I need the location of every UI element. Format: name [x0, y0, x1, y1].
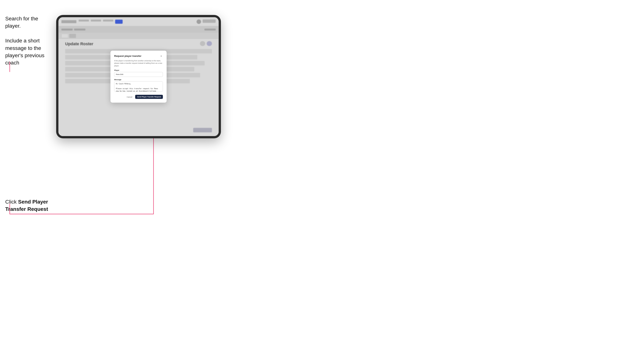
tablet-device: Update Roster Request player transfer: [56, 15, 221, 138]
annotation-click-text: Click Send Player Transfer Request: [5, 198, 54, 213]
annotation-search-text: Search for the player.: [5, 15, 54, 29]
annotation-click-prefix: Click: [5, 199, 18, 205]
modal-header: Request player transfer ×: [114, 54, 163, 58]
message-label: Message: [114, 79, 163, 81]
modal-description: If the player is transferring from anoth…: [114, 60, 163, 67]
cancel-button[interactable]: Cancel: [125, 95, 134, 99]
send-transfer-button[interactable]: Send Player Transfer Request: [135, 95, 163, 99]
modal-close-button[interactable]: ×: [160, 54, 163, 58]
modal-footer: Cancel Send Player Transfer Request: [114, 95, 163, 99]
player-label: Player: [114, 69, 163, 71]
annotation-message-text: Include a short message to the player's …: [5, 37, 54, 66]
tablet-screen: Update Roster Request player transfer: [58, 17, 219, 136]
modal-title: Request player transfer: [114, 55, 141, 57]
player-input[interactable]: [114, 72, 163, 77]
message-textarea[interactable]: Hi Coach McHarg, Please accept this tran…: [114, 81, 163, 92]
request-transfer-modal: Request player transfer × If the player …: [110, 51, 166, 103]
modal-overlay: Request player transfer × If the player …: [58, 17, 219, 136]
